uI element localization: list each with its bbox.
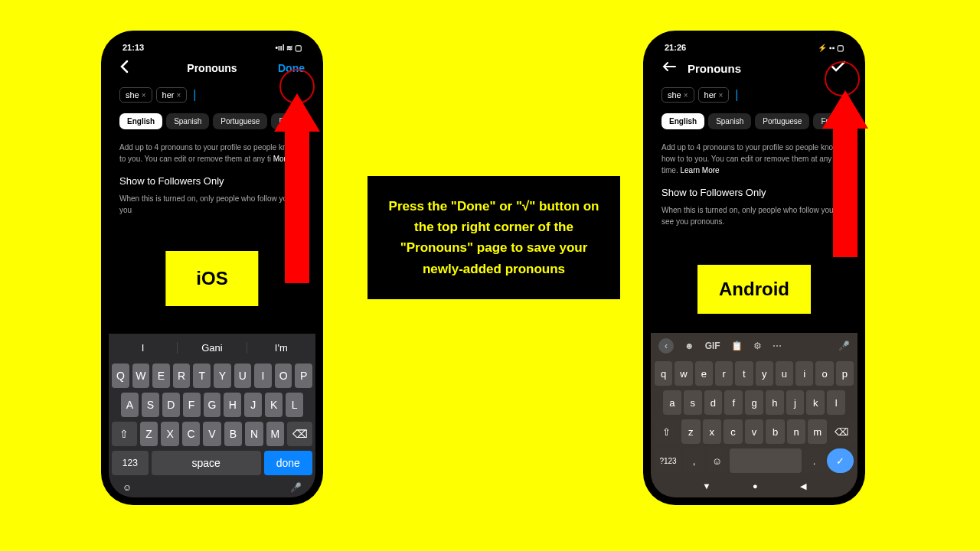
key[interactable]: L	[286, 393, 303, 417]
key[interactable]: B	[224, 422, 242, 446]
nav-back-icon[interactable]: ◀	[800, 481, 806, 491]
lang-pill[interactable]: Spanish	[708, 113, 751, 129]
key[interactable]: J	[244, 393, 262, 417]
key[interactable]: Z	[140, 422, 158, 446]
key[interactable]: R	[173, 364, 191, 388]
lang-pill[interactable]: Portuguese	[213, 113, 267, 129]
lang-pill[interactable]: English	[662, 113, 704, 129]
key[interactable]: q	[655, 361, 672, 386]
emoji-icon[interactable]: ☺	[122, 482, 132, 493]
enter-key[interactable]: ✓	[827, 448, 854, 473]
key[interactable]: d	[704, 390, 723, 415]
lang-pill[interactable]: Portuguese	[755, 113, 809, 129]
key[interactable]: z	[681, 419, 701, 444]
lang-pill[interactable]: English	[119, 113, 162, 129]
mic-icon[interactable]: 🎤	[290, 482, 302, 493]
emoji-key[interactable]: ☺	[707, 448, 727, 473]
key[interactable]: Q	[112, 364, 129, 388]
nav-menu-icon[interactable]: ▼	[702, 481, 710, 491]
numeric-key[interactable]: 123	[112, 451, 149, 475]
more-icon[interactable]: ⋯	[773, 341, 782, 351]
key[interactable]: e	[695, 361, 713, 386]
keyboard-toolbar: ‹ ☻ GIF 📋 ⚙ ⋯ 🎤	[651, 333, 858, 359]
key[interactable]: A	[121, 393, 139, 417]
key[interactable]: W	[132, 364, 150, 388]
key[interactable]: o	[815, 361, 833, 386]
key[interactable]: l	[827, 390, 845, 415]
key[interactable]: D	[162, 393, 180, 417]
pronoun-chip[interactable]: her×	[698, 87, 730, 103]
instruction-box: Press the "Done" or "√" button on the to…	[368, 176, 620, 299]
key[interactable]: P	[295, 364, 312, 388]
key[interactable]: a	[663, 390, 681, 415]
space-key[interactable]	[730, 448, 802, 473]
collapse-icon[interactable]: ‹	[658, 338, 674, 354]
back-chevron-icon[interactable]	[119, 60, 135, 77]
key[interactable]: E	[152, 364, 170, 388]
key[interactable]: T	[193, 364, 211, 388]
key[interactable]: V	[203, 422, 220, 446]
key[interactable]: i	[795, 361, 813, 386]
os-label-ios: iOS	[165, 251, 258, 306]
key[interactable]: k	[806, 390, 825, 415]
keyboard-done-key[interactable]: done	[264, 451, 313, 475]
back-arrow-icon[interactable]	[662, 61, 677, 75]
key[interactable]: c	[724, 419, 743, 444]
key[interactable]: r	[715, 361, 733, 386]
key[interactable]: j	[786, 390, 805, 415]
suggestion[interactable]: Gani	[178, 342, 247, 354]
key[interactable]: g	[745, 390, 763, 415]
key[interactable]: O	[275, 364, 292, 388]
suggestion[interactable]: I'm	[247, 342, 315, 354]
backspace-key[interactable]: ⌫	[829, 419, 854, 444]
key[interactable]: w	[675, 361, 692, 386]
key[interactable]: n	[787, 419, 806, 444]
key[interactable]: N	[245, 422, 263, 446]
key[interactable]: Y	[214, 364, 231, 388]
key[interactable]: t	[735, 361, 753, 386]
shift-key[interactable]: ⇧	[655, 419, 679, 444]
shift-key[interactable]: ⇧	[112, 422, 137, 446]
page-title: Pronouns	[688, 62, 741, 75]
nav-home-icon[interactable]: ●	[753, 481, 758, 491]
space-key[interactable]: space	[152, 451, 261, 475]
numeric-key[interactable]: ?123	[655, 448, 681, 473]
key[interactable]: u	[776, 361, 793, 386]
key[interactable]: h	[766, 390, 784, 415]
key[interactable]: s	[684, 390, 702, 415]
android-system-nav: ▼●◀	[651, 475, 858, 497]
key[interactable]: I	[254, 364, 272, 388]
key[interactable]: y	[756, 361, 773, 386]
key[interactable]: F	[183, 393, 201, 417]
key[interactable]: M	[266, 422, 284, 446]
key[interactable]: S	[142, 393, 159, 417]
key[interactable]: K	[265, 393, 283, 417]
key[interactable]: f	[724, 390, 743, 415]
backspace-key[interactable]: ⌫	[287, 422, 312, 446]
key[interactable]: G	[204, 393, 221, 417]
pronoun-chip[interactable]: her×	[156, 87, 188, 103]
key[interactable]: b	[766, 419, 785, 444]
pronoun-chip[interactable]: she×	[119, 87, 152, 103]
gif-button[interactable]: GIF	[705, 341, 720, 351]
key[interactable]: U	[234, 364, 252, 388]
settings-icon[interactable]: ⚙	[753, 341, 762, 351]
key[interactable]: X	[161, 422, 178, 446]
text-cursor: |	[193, 88, 196, 102]
clipboard-icon[interactable]: 📋	[731, 341, 743, 351]
suggestion[interactable]: I	[109, 342, 178, 354]
key[interactable]: C	[182, 422, 200, 446]
pronoun-chip[interactable]: she×	[662, 87, 694, 103]
sticker-icon[interactable]: ☻	[684, 341, 694, 351]
period-key[interactable]: .	[804, 448, 825, 473]
key[interactable]: p	[836, 361, 854, 386]
lang-pill[interactable]: Spanish	[166, 113, 209, 129]
key[interactable]: H	[224, 393, 241, 417]
key[interactable]: m	[808, 419, 827, 444]
section-label: Show to Followers Only	[119, 175, 224, 187]
key[interactable]: x	[703, 419, 722, 444]
key[interactable]: v	[745, 419, 764, 444]
comma-key[interactable]: ,	[684, 448, 704, 473]
mic-icon[interactable]: 🎤	[838, 341, 850, 351]
section-subtext: When this is turned on, only people who …	[651, 203, 858, 229]
